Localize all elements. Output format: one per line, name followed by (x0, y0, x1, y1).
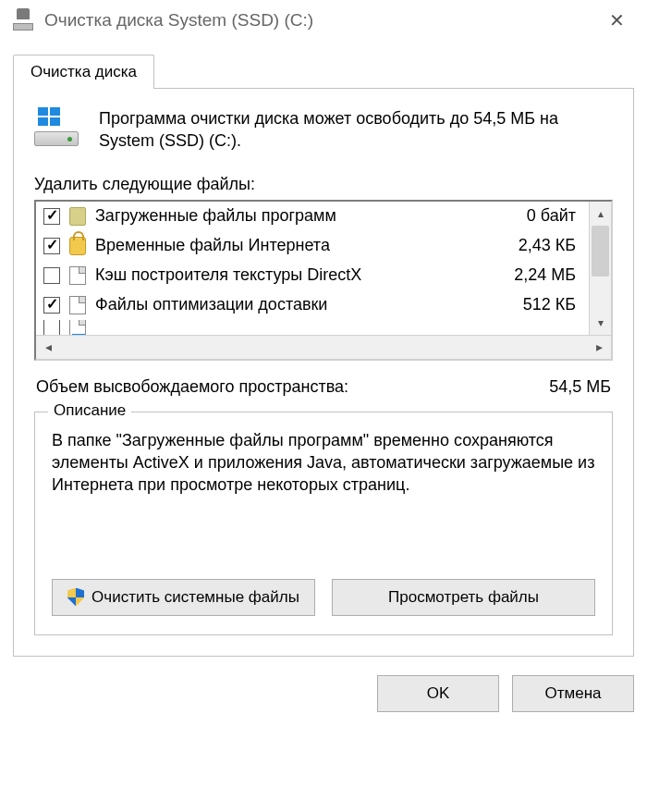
file-name: Временные файлы Интернета (95, 236, 507, 255)
files-list-label: Удалить следующие файлы: (34, 175, 613, 194)
ok-label: OK (427, 684, 450, 703)
lock-icon (69, 237, 86, 255)
scroll-left-icon[interactable]: ◂ (36, 339, 60, 354)
close-icon[interactable]: ✕ (600, 6, 634, 35)
cancel-button[interactable]: Отмена (512, 675, 634, 712)
file-name: Загруженные файлы программ (95, 206, 507, 226)
horizontal-scrollbar[interactable]: ◂ ▸ (36, 335, 611, 359)
checkbox[interactable] (43, 320, 60, 335)
file-name: Файлы оптимизации доставки (95, 295, 507, 314)
dialog-buttons: OK Отмена (13, 675, 634, 712)
cancel-label: Отмена (545, 684, 602, 703)
file-row[interactable]: Кэш построителя текстуры DirectX2,24 МБ (36, 261, 589, 290)
file-size: 2,43 КБ (507, 236, 581, 255)
tab-panel: Программа очистки диска может освободить… (13, 88, 634, 657)
checkbox[interactable] (43, 238, 60, 254)
file-row[interactable]: Временные файлы Интернета2,43 КБ (36, 231, 589, 261)
title-bar: Очистка диска System (SSD) (C:) ✕ (0, 0, 647, 41)
scroll-thumb[interactable] (592, 226, 609, 277)
scroll-right-icon[interactable]: ▸ (587, 339, 611, 354)
file-name: Кэш построителя текстуры DirectX (95, 265, 507, 285)
vertical-scrollbar[interactable]: ▴ ▾ (589, 202, 611, 335)
hscroll-track[interactable] (60, 336, 587, 359)
file-size: 0 байт (507, 206, 581, 226)
drive-icon (34, 107, 79, 146)
scroll-up-icon[interactable]: ▴ (590, 202, 611, 226)
total-row: Объем высвобождаемого пространства: 54,5… (36, 377, 611, 397)
description-text: В папке "Загруженные файлы программ" вре… (52, 429, 595, 559)
intro-text: Программа очистки диска может освободить… (99, 107, 613, 153)
file-icon (69, 296, 86, 314)
file-size: 2,24 МБ (507, 265, 581, 285)
app-icon (13, 10, 33, 31)
file-icon (69, 266, 86, 285)
file-row[interactable]: Файлы оптимизации доставки512 КБ (36, 290, 589, 320)
total-value: 54,5 МБ (549, 377, 611, 397)
checkbox[interactable] (43, 208, 60, 225)
scroll-track[interactable] (590, 226, 611, 311)
tab-label: Очистка диска (31, 63, 137, 80)
clean-system-files-button[interactable]: Очистить системные файлы (52, 579, 315, 616)
tab-disk-cleanup[interactable]: Очистка диска (13, 55, 154, 89)
shield-icon (67, 588, 84, 607)
view-files-label: Просмотреть файлы (388, 588, 539, 607)
checkbox[interactable] (43, 297, 60, 314)
files-list[interactable]: Загруженные файлы программ0 байтВременны… (34, 200, 613, 361)
ok-button[interactable]: OK (377, 675, 499, 712)
description-legend: Описание (48, 401, 131, 420)
description-group: Описание В папке "Загруженные файлы прог… (34, 412, 613, 635)
file-size: 512 КБ (507, 295, 581, 314)
file-row[interactable]: Загруженные файлы программ0 байт (36, 202, 589, 231)
intro-row: Программа очистки диска может освободить… (34, 107, 613, 153)
file-row[interactable] (36, 320, 589, 335)
folder-icon (69, 207, 86, 226)
file-icon (69, 320, 86, 335)
window-title: Очистка диска System (SSD) (C:) (44, 10, 600, 31)
scroll-down-icon[interactable]: ▾ (590, 311, 611, 335)
tab-strip: Очистка диска (13, 50, 634, 89)
checkbox[interactable] (43, 267, 60, 284)
total-label: Объем высвобождаемого пространства: (36, 377, 348, 397)
view-files-button[interactable]: Просмотреть файлы (332, 579, 595, 616)
clean-system-files-label: Очистить системные файлы (92, 588, 299, 607)
